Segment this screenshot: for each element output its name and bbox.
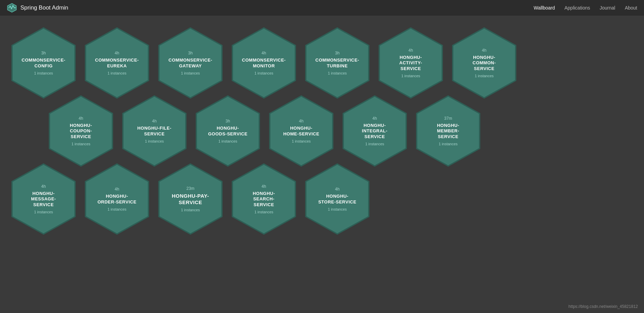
hex-item[interactable]: 4hHONGHU-MESSAGE-SERVICE1 instances [8, 163, 79, 235]
hex-time: 4h [41, 184, 46, 189]
hex-name: HONGHU-PAY-SERVICE [172, 193, 209, 206]
brand-icon [7, 3, 17, 13]
hex-row-0: 3hCOMMONSERVICE-CONFIG1 instances4hCOMMO… [7, 26, 637, 100]
hex-item[interactable]: 4hCOMMONSERVICE-EUREKA1 instances [81, 27, 153, 99]
nav-link-wallboard[interactable]: Wallboard [533, 5, 555, 11]
nav-link-about[interactable]: About [625, 5, 637, 11]
hex-item[interactable]: 3hCOMMONSERVICE-TURBINE1 instances [302, 27, 373, 99]
nav-links: WallboardApplicationsJournalAbout [533, 5, 637, 11]
hex-instances: 1 instances [181, 71, 200, 75]
hex-time: 4h [299, 119, 303, 123]
footer-note: https://blog.csdn.net/weixin_45821812 [569, 304, 638, 309]
hex-item[interactable]: 3hCOMMONSERVICE-GATEWAY1 instances [155, 27, 226, 99]
hex-instances: 1 instances [475, 74, 494, 78]
hex-name: HONGHU-HOME-SERVICE [283, 126, 319, 137]
hex-time: 4h [335, 187, 339, 192]
hex-name: COMMONSERVICE-CONFIG [22, 57, 66, 69]
hex-instances: 1 instances [328, 71, 347, 75]
hex-time: 4h [408, 48, 413, 53]
hex-time: 3h [225, 119, 230, 123]
hex-item[interactable]: 4hHONGHU-COUPON-SERVICE1 instances [45, 95, 117, 167]
hex-instances: 1 instances [401, 74, 420, 78]
hex-grid: 3hCOMMONSERVICE-CONFIG1 instances4hCOMMO… [7, 26, 637, 230]
hex-name: HONGHU-ORDER-SERVICE [98, 194, 137, 205]
hex-time: 3h [335, 51, 339, 55]
nav-link-journal[interactable]: Journal [599, 5, 615, 11]
hex-name: HONGHU-MEMBER-SERVICE [437, 123, 459, 139]
hex-row-1: 4hHONGHU-COUPON-SERVICE1 instances4hHONG… [44, 94, 637, 168]
hex-item[interactable]: 4hHONGHU-ACTIVITY-SERVICE1 instances [375, 27, 446, 99]
hex-instances: 1 instances [107, 207, 126, 211]
hex-item[interactable]: 4hHONGHU-HOME-SERVICE1 instances [266, 95, 337, 167]
hex-name: COMMONSERVICE-GATEWAY [169, 57, 213, 69]
hex-item[interactable]: 37mHONGHU-MEMBER-SERVICE1 instances [412, 95, 484, 167]
hex-name: HONGHU-ACTIVITY-SERVICE [399, 55, 422, 71]
hex-instances: 1 instances [71, 142, 90, 146]
hex-name: COMMONSERVICE-EUREKA [95, 57, 139, 69]
hex-instances: 1 instances [328, 207, 347, 211]
hex-instances: 1 instances [254, 210, 273, 214]
hex-instances: 1 instances [292, 139, 311, 143]
hex-time: 4h [261, 184, 266, 189]
hex-row-2: 4hHONGHU-MESSAGE-SERVICE1 instances4hHON… [7, 162, 637, 236]
hex-name: HONGHU-COUPON-SERVICE [70, 123, 92, 139]
hex-name: HONGHU-INTEGRAL-SERVICE [362, 123, 387, 139]
brand-title: Spring Boot Admin [20, 4, 68, 11]
hex-name: COMMONSERVICE-MONITOR [242, 57, 286, 69]
hex-item[interactable]: 3hHONGHU-GOODS-SERVICE1 instances [192, 95, 264, 167]
hex-time: 37m [444, 116, 452, 121]
hex-name: HONGHU-SEARCH-SERVICE [253, 191, 275, 208]
navbar: Spring Boot Admin WallboardApplicationsJ… [0, 0, 644, 16]
hex-item[interactable]: 4hHONGHU-ORDER-SERVICE1 instances [81, 163, 153, 235]
hex-instances: 1 instances [107, 71, 126, 75]
hex-time: 3h [188, 51, 192, 55]
hex-instances: 1 instances [34, 71, 53, 75]
hex-time: 23m [186, 186, 194, 191]
hex-item[interactable]: 4hHONGHU-SEARCH-SERVICE1 instances [228, 163, 300, 235]
hex-instances: 1 instances [439, 142, 458, 146]
hex-name: HONGHU-FILE-SERVICE [137, 126, 172, 137]
brand: Spring Boot Admin [7, 3, 68, 13]
hex-instances: 1 instances [365, 142, 384, 146]
hex-item[interactable]: 4hHONGHU-STORE-SERVICE1 instances [302, 163, 373, 235]
hex-item[interactable]: 4hHONGHU-FILE-SERVICE1 instances [119, 95, 190, 167]
hex-time: 4h [482, 48, 486, 53]
wallboard: 3hCOMMONSERVICE-CONFIG1 instances4hCOMMO… [0, 16, 644, 237]
hex-instances: 1 instances [145, 139, 164, 143]
hex-item[interactable]: 23mHONGHU-PAY-SERVICE1 instances [155, 163, 226, 235]
hex-item[interactable]: 4hHONGHU-COMMON-SERVICE1 instances [448, 27, 520, 99]
hex-name: HONGHU-COMMON-SERVICE [473, 55, 496, 71]
hex-instances: 1 instances [218, 139, 237, 143]
hex-name: COMMONSERVICE-TURBINE [316, 57, 359, 69]
hex-instances: 1 instances [254, 71, 273, 75]
hex-time: 4h [261, 51, 266, 55]
hex-name: HONGHU-MESSAGE-SERVICE [31, 191, 56, 208]
hex-instances: 1 instances [181, 208, 200, 212]
nav-link-applications[interactable]: Applications [564, 5, 590, 11]
hex-item[interactable]: 4hHONGHU-INTEGRAL-SERVICE1 instances [339, 95, 410, 167]
hex-name: HONGHU-GOODS-SERVICE [208, 126, 248, 137]
hex-time: 4h [115, 187, 119, 192]
hex-time: 4h [115, 51, 119, 55]
hex-item[interactable]: 4hCOMMONSERVICE-MONITOR1 instances [228, 27, 300, 99]
hex-name: HONGHU-STORE-SERVICE [318, 194, 356, 205]
hex-time: 4h [152, 119, 156, 123]
hex-time: 3h [41, 51, 46, 55]
hex-instances: 1 instances [34, 210, 53, 214]
hex-time: 4h [372, 116, 377, 121]
hex-time: 4h [79, 116, 83, 121]
hex-item[interactable]: 3hCOMMONSERVICE-CONFIG1 instances [8, 27, 79, 99]
